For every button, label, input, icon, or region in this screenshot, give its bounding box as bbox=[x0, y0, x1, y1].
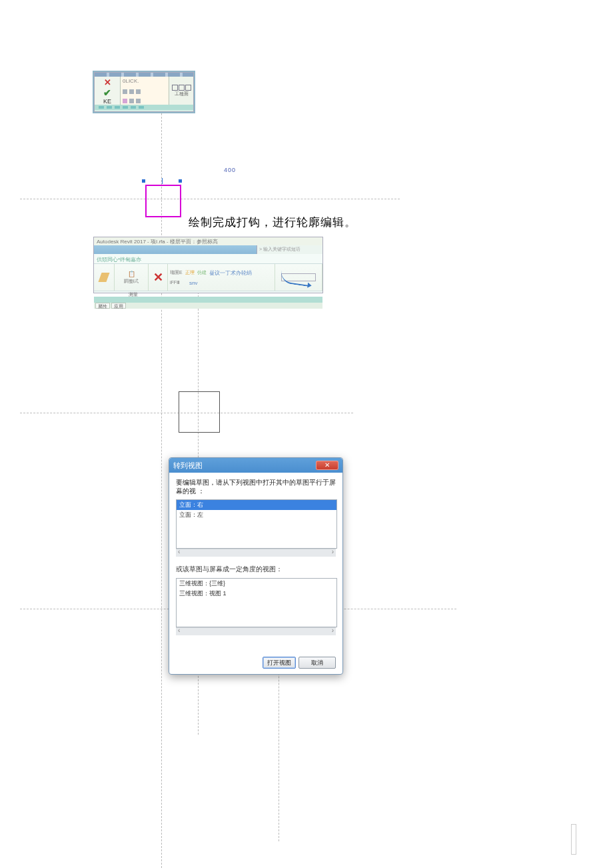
ribbon-large-screenshot: Autodesk Revit 2017 - 项I.rfa - 楼层平面：参照标高… bbox=[93, 237, 323, 293]
app-title: Autodesk Revit 2017 - 项I.rfa - 楼层平面：参照标高 bbox=[97, 238, 218, 245]
workplane-icon bbox=[172, 85, 178, 91]
tool-icon bbox=[129, 89, 134, 94]
accent-text: 供頭同心*绊甸嘉亦 bbox=[97, 257, 141, 263]
cancel-icon: ✕ bbox=[153, 270, 163, 285]
tab-apply: 应用 bbox=[111, 303, 126, 309]
tool-icon bbox=[136, 89, 141, 94]
list-item[interactable]: 立面：左 bbox=[177, 510, 336, 520]
sketch-outline bbox=[145, 185, 181, 217]
panel-chip: 正理 bbox=[185, 269, 195, 277]
dialog-msg-2: 幕的视 ： bbox=[176, 487, 205, 495]
dialog-title: 转到视图 bbox=[173, 461, 203, 471]
list-item[interactable]: 三维视图：{三维} bbox=[177, 579, 336, 589]
misc-box bbox=[571, 824, 576, 855]
panel-footer-label: 测量 bbox=[129, 292, 138, 297]
modify-icon bbox=[98, 273, 109, 282]
panel-chip: 昼议一丁术办轮绢 bbox=[209, 269, 252, 277]
goto-view-dialog: 转到视图 ✕ 要编辑草图，请从下列视图中打开其中的草图平行于屏 幕的视 ： 立面… bbox=[169, 457, 343, 675]
cancel-button[interactable]: 取消 bbox=[299, 657, 336, 669]
angled-views-list[interactable]: 三维视图：{三维} 三维视图：视图 1 bbox=[176, 578, 337, 627]
tool-icon bbox=[129, 99, 134, 103]
mode-label: KE bbox=[103, 98, 111, 105]
panel-chip: 瑞固E bbox=[170, 269, 183, 277]
dialog-label-2: 或该草图与屏幕成一定角度的视图： bbox=[176, 565, 336, 574]
list-item[interactable]: 三维视图：视图 1 bbox=[177, 589, 336, 599]
search-placeholder: > 输入关键字或短语 bbox=[257, 245, 322, 254]
horizontal-scrollbar[interactable] bbox=[176, 549, 336, 557]
workplane-icon bbox=[179, 85, 185, 91]
open-view-button[interactable]: 打开视图 bbox=[263, 657, 296, 669]
workplane-icon bbox=[185, 85, 191, 91]
panel-chip: 仿建 bbox=[197, 269, 207, 277]
caption-text: 绘制完成打钩，进行轮廓编辑。 bbox=[189, 215, 356, 230]
panel-label: snv bbox=[189, 280, 197, 286]
parallel-views-list[interactable]: 立面：右 立面：左 bbox=[176, 499, 337, 549]
dialog-msg-1: 要编辑草图，请从下列视图中打开其中的草图平行于屏 bbox=[176, 479, 336, 486]
cancel-icon: ✕ bbox=[104, 77, 111, 87]
close-button[interactable]: ✕ bbox=[316, 461, 338, 470]
panel-label: iFFⅢ bbox=[170, 280, 180, 286]
paste-icon: 📋 bbox=[128, 271, 135, 277]
dimension-value: 400 bbox=[224, 167, 236, 173]
workplane-label: 工種面 bbox=[175, 91, 189, 97]
tool-icon bbox=[123, 99, 127, 103]
list-item[interactable]: 立面：右 bbox=[177, 500, 336, 510]
finish-check-icon: ✔ bbox=[103, 87, 111, 98]
ribbon-small-screenshot: ✕ ✔ KE 0LICK. bbox=[94, 72, 194, 112]
lock-label: 0LICK. bbox=[123, 78, 139, 84]
tab-properties: 屬性 bbox=[95, 303, 110, 309]
tool-icon bbox=[123, 89, 127, 94]
panel-label: 調整i式 bbox=[124, 278, 139, 285]
tool-icon bbox=[136, 99, 141, 103]
profile-outline bbox=[179, 391, 220, 433]
horizontal-scrollbar[interactable] bbox=[176, 627, 336, 635]
